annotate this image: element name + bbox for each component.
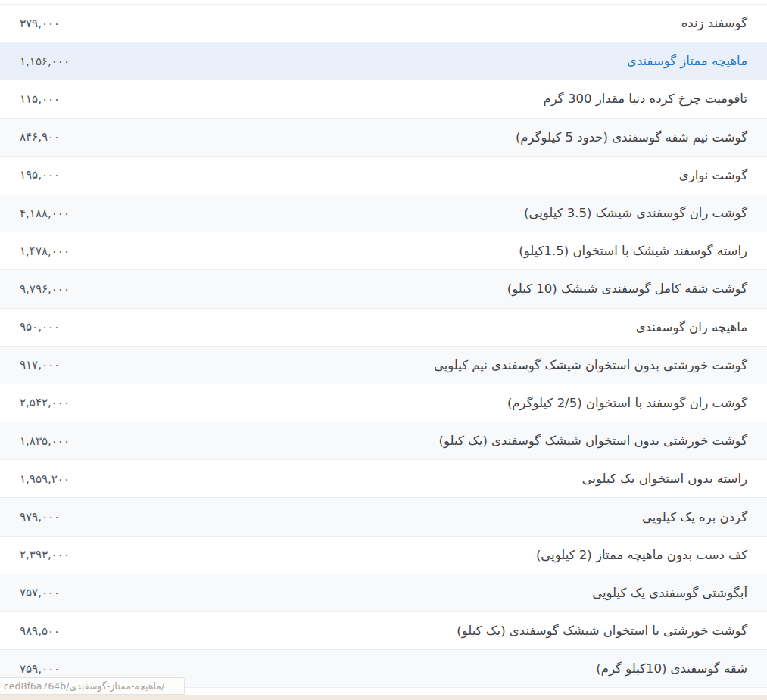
price-cell: ۹۱۷,۰۰۰ xyxy=(20,358,60,372)
price-cell: ۴,۱۸۸,۰۰۰ xyxy=(20,207,70,220)
product-link[interactable]: گوشت ران گوسفند با استخوان (2/5 کیلوگرم) xyxy=(507,396,747,410)
bottom-banner-edge xyxy=(0,695,767,700)
product-link[interactable]: گوشت نیم شقه گوسفندی (حدود 5 کیلوگرم) xyxy=(516,130,747,145)
price-cell: ۱۱۵,۰۰۰ xyxy=(20,92,60,106)
price-cell: ۹,۷۹۶,۰۰۰ xyxy=(20,282,70,296)
table-row: گوشت نیم شقه گوسفندی (حدود 5 کیلوگرم) ۸۴… xyxy=(0,119,767,157)
product-link[interactable]: گوشت نواری xyxy=(679,168,747,182)
product-link[interactable]: گوشت خورشتی بدون استخوان شیشک گوسفندی (ی… xyxy=(439,434,747,448)
price-cell: ۹۷۹,۰۰۰ xyxy=(20,510,60,524)
table-row: آبگوشتی گوسفندی یک کیلویی ۷۵۷,۰۰۰ xyxy=(0,574,767,612)
browser-status-bar: ced8f6a764b/ماهیچه-ممتاز-گوسفندی/ xyxy=(0,677,185,695)
product-link[interactable]: گوشت شقه کامل گوسفندی شیشک (10 کیلو) xyxy=(507,282,747,296)
product-link[interactable]: تافومیت چرخ کرده دنیا مقدار 300 گرم xyxy=(544,92,747,106)
price-cell: ۱,۴۷۸,۰۰۰ xyxy=(20,244,70,258)
price-cell: ۱۹۵,۰۰۰ xyxy=(20,168,60,182)
price-table: گوسفند زنده ۳۷۹,۰۰۰ ماهیچه ممتاز گوسفندی… xyxy=(0,4,767,688)
table-row: ماهیچه ممتاز گوسفندی ۱,۱۵۶,۰۰۰ xyxy=(0,42,767,80)
product-link[interactable]: ماهیچه ممتاز گوسفندی xyxy=(627,54,747,68)
table-row: راسته گوسفند شیشک با استخوان (1.5کیلو) ۱… xyxy=(0,232,767,270)
product-link[interactable]: آبگوشتی گوسفندی یک کیلویی xyxy=(592,586,747,600)
table-row: گوشت خورشتی بدون استخوان شیشک گوسفندی (ی… xyxy=(0,422,767,460)
product-link[interactable]: ماهیچه ران گوسفندی xyxy=(636,320,747,334)
price-cell: ۲,۵۴۲,۰۰۰ xyxy=(20,396,70,409)
price-cell: ۱,۹۵۹,۲۰۰ xyxy=(20,472,70,486)
price-cell: ۷۵۷,۰۰۰ xyxy=(20,586,60,599)
price-cell: ۱,۱۵۶,۰۰۰ xyxy=(20,54,70,68)
product-link[interactable]: شقه گوسفندی (10کیلو گرم) xyxy=(596,661,747,676)
table-row: راسته بدون استخوان یک کیلویی ۱,۹۵۹,۲۰۰ xyxy=(0,460,767,498)
price-list-page: گوسفند زنده ۳۷۹,۰۰۰ ماهیچه ممتاز گوسفندی… xyxy=(0,0,767,700)
product-link[interactable]: کف دست بدون ماهیچه ممتاز (2 کیلویی) xyxy=(536,548,747,562)
price-cell: ۸۴۶,۹۰۰ xyxy=(20,130,60,144)
product-link[interactable]: گوشت خورشتی با استخوان شیشک گوسفندی (یک … xyxy=(457,624,747,638)
product-link[interactable]: راسته بدون استخوان یک کیلویی xyxy=(582,471,747,486)
product-link[interactable]: گوسفند زنده xyxy=(681,16,747,30)
table-row: گوسفند زنده ۳۷۹,۰۰۰ xyxy=(0,5,767,42)
product-link[interactable]: گوشت ران گوسفندی شیشک (3.5 کیلویی) xyxy=(524,206,747,220)
table-row: گردن بره یک کیلویی ۹۷۹,۰۰۰ xyxy=(0,498,767,536)
price-cell: ۲,۳۹۳,۰۰۰ xyxy=(20,548,70,562)
table-row: گوشت ران گوسفند با استخوان (2/5 کیلوگرم)… xyxy=(0,384,767,422)
price-cell: ۱,۸۳۵,۰۰۰ xyxy=(20,434,70,448)
price-cell: ۳۷۹,۰۰۰ xyxy=(20,17,60,30)
table-row: کف دست بدون ماهیچه ممتاز (2 کیلویی) ۲,۳۹… xyxy=(0,537,767,574)
table-row: گوشت نواری ۱۹۵,۰۰۰ xyxy=(0,157,767,194)
product-link[interactable]: گردن بره یک کیلویی xyxy=(642,510,747,524)
price-cell: ۷۵۹,۰۰۰ xyxy=(20,662,60,676)
price-cell: ۹۵۰,۰۰۰ xyxy=(20,320,60,334)
table-row: گوشت خورشتی با استخوان شیشک گوسفندی (یک … xyxy=(0,612,767,650)
product-link[interactable]: گوشت خورشتی بدون استخوان شیشک گوسفندی نی… xyxy=(434,358,747,372)
product-link[interactable]: راسته گوسفند شیشک با استخوان (1.5کیلو) xyxy=(519,244,747,258)
table-row: گوشت ران گوسفندی شیشک (3.5 کیلویی) ۴,۱۸۸… xyxy=(0,194,767,232)
table-row: ماهیچه ران گوسفندی ۹۵۰,۰۰۰ xyxy=(0,309,767,347)
price-cell: ۹۸۹,۵۰۰ xyxy=(20,624,60,638)
table-row: گوشت خورشتی بدون استخوان شیشک گوسفندی نی… xyxy=(0,347,767,384)
table-row: تافومیت چرخ کرده دنیا مقدار 300 گرم ۱۱۵,… xyxy=(0,80,767,118)
status-bar-url: ced8f6a764b/ماهیچه-ممتاز-گوسفندی/ xyxy=(4,680,164,692)
table-row: گوشت شقه کامل گوسفندی شیشک (10 کیلو) ۹,۷… xyxy=(0,270,767,308)
